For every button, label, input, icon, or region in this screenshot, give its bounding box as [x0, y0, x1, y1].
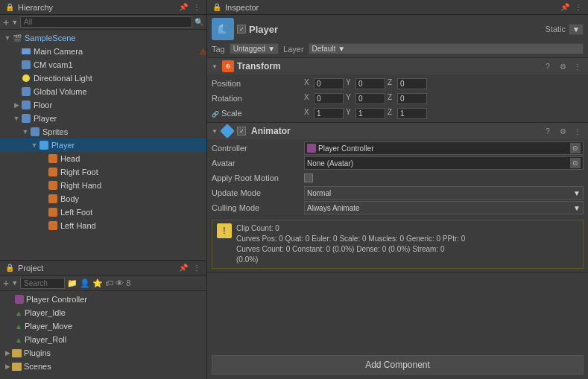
- animator-enabled-checkbox[interactable]: [237, 127, 246, 136]
- position-y-input[interactable]: [355, 78, 385, 89]
- camera-icon: [21, 46, 31, 57]
- camera-warning-icon: ⚠: [200, 48, 206, 56]
- position-z-input[interactable]: [397, 78, 427, 89]
- hierarchy-pin-icon[interactable]: 📌: [178, 2, 189, 13]
- scale-y-input[interactable]: [355, 108, 385, 119]
- object-name: Player: [249, 24, 543, 35]
- scale-x-input[interactable]: [314, 108, 344, 119]
- rotation-x-input[interactable]: [314, 93, 344, 104]
- warning-stream: (0.0%): [236, 255, 465, 265]
- project-item-plugins[interactable]: ▶ Plugins: [0, 346, 206, 360]
- rotation-z-input[interactable]: [397, 93, 427, 104]
- apply-root-motion-checkbox[interactable]: [304, 173, 313, 182]
- tree-item-right-hand[interactable]: ▶ Right Hand: [0, 179, 206, 192]
- project-tag-icon[interactable]: 🏷: [105, 278, 113, 287]
- transform-menu-icon[interactable]: ⋮: [572, 60, 584, 72]
- project-search-input[interactable]: [20, 278, 65, 289]
- static-label: Static: [546, 25, 566, 34]
- cube-icon-right-foot: [48, 167, 58, 177]
- project-item-player-roll[interactable]: ▲ Player_Roll: [0, 333, 206, 346]
- inspector-lock-icon[interactable]: 🔒: [212, 2, 222, 13]
- tree-item-head[interactable]: ▶ Head: [0, 152, 206, 165]
- project-person-icon[interactable]: 👤: [80, 278, 90, 288]
- anim-triangle-icon-3: ▲: [15, 336, 22, 344]
- tree-item-sample-scene[interactable]: ▼ 🎬 SampleScene: [0, 31, 206, 45]
- add-component-button[interactable]: Add Component: [212, 355, 584, 375]
- warning-text: Clip Count: 0 Curves Pos: 0 Quat: 0 Eule…: [236, 223, 465, 265]
- tree-item-body[interactable]: ▶ Body: [0, 192, 206, 206]
- hierarchy-menu-icon[interactable]: ⋮: [192, 2, 202, 13]
- animator-settings-icon[interactable]: ⚙: [557, 125, 569, 137]
- animator-header[interactable]: ▼ Animator ? ⚙ ⋮: [207, 123, 588, 139]
- anim-triangle-icon: ▲: [15, 309, 22, 317]
- pos-x-label: X: [304, 78, 312, 89]
- inspector-menu-icon[interactable]: ⋮: [573, 2, 584, 13]
- scale-row: 🔗 Scale X Y Z: [212, 106, 584, 121]
- project-star-icon[interactable]: ⭐: [92, 278, 103, 288]
- static-dropdown[interactable]: ▼: [569, 24, 584, 35]
- tree-label-right-hand: Right Hand: [60, 181, 101, 190]
- object-enabled-checkbox[interactable]: [237, 25, 246, 34]
- rot-y-label: Y: [346, 93, 353, 104]
- transform-header[interactable]: ▼ ⊕ Transform ? ⚙ ⋮: [207, 58, 588, 74]
- hierarchy-panel: 🔒 Hierarchy 📌 ⋮ + ▼ 🔍 ▼ 🎬 SampleScene ▶: [0, 0, 207, 260]
- transform-help-icon[interactable]: ?: [542, 60, 554, 72]
- project-menu-icon[interactable]: ⋮: [192, 263, 202, 273]
- tree-item-right-foot[interactable]: ▶ Right Foot: [0, 165, 206, 179]
- tree-item-cm-vcam1[interactable]: ▶ CM vcam1: [0, 58, 206, 71]
- layer-dropdown[interactable]: Default ▼: [309, 43, 584, 54]
- scale-z-input[interactable]: [397, 108, 427, 119]
- tree-item-floor[interactable]: ▶ Floor: [0, 98, 206, 112]
- project-item-scenes[interactable]: ▶ Scenes: [0, 360, 206, 373]
- project-eye-icon[interactable]: 👁 8: [116, 278, 130, 287]
- controller-select-btn[interactable]: ⊙: [570, 143, 581, 153]
- hierarchy-add-arrow-icon[interactable]: ▼: [11, 19, 18, 26]
- tree-item-player[interactable]: ▼ Player: [0, 112, 206, 125]
- controller-label: Controller: [212, 144, 301, 153]
- hierarchy-add-icon[interactable]: +: [3, 16, 9, 28]
- project-item-player-controller[interactable]: Player Controller: [0, 293, 206, 306]
- tree-item-player-child[interactable]: ▼ Player: [0, 138, 206, 152]
- position-x-input[interactable]: [314, 78, 344, 89]
- project-item-player-idle[interactable]: ▲ Player_Idle: [0, 306, 206, 319]
- project-add-icon[interactable]: +: [3, 277, 9, 289]
- tree-item-global-volume[interactable]: ▶ Global Volume: [0, 85, 206, 98]
- tree-item-directional-light[interactable]: ▶ Directional Light: [0, 71, 206, 85]
- hierarchy-search-bar: + ▼ 🔍: [0, 15, 206, 30]
- avatar-select-btn[interactable]: ⊙: [570, 158, 581, 168]
- project-folder-icon[interactable]: 📁: [67, 278, 78, 288]
- rot-z-label: Z: [388, 93, 395, 104]
- tree-item-left-hand[interactable]: ▶ Left Hand: [0, 219, 206, 232]
- project-item-player-move[interactable]: ▲ Player_Move: [0, 319, 206, 333]
- project-lock-icon[interactable]: 🔒: [4, 263, 15, 273]
- scale-y-label: Y: [346, 108, 353, 119]
- hierarchy-search-input[interactable]: [20, 16, 192, 28]
- hierarchy-search-icon[interactable]: 🔍: [195, 18, 203, 26]
- cube-icon-left-foot: [48, 207, 58, 217]
- animator-section: ▼ Animator ? ⚙ ⋮ Controller: [207, 123, 588, 273]
- animator-help-icon[interactable]: ?: [542, 125, 554, 137]
- game-obj-row: Player Static ▼: [212, 18, 584, 40]
- tag-dropdown[interactable]: Untagged ▼: [230, 43, 279, 54]
- tree-item-main-camera[interactable]: ▶ Main Camera ⚠: [0, 45, 206, 58]
- cube-icon-body: [48, 194, 58, 204]
- animator-menu-icon[interactable]: ⋮: [572, 125, 584, 137]
- culling-mode-dropdown[interactable]: Always Animate ▼: [304, 201, 584, 214]
- pos-y-label: Y: [346, 78, 353, 89]
- cube-icon-right-hand: [48, 180, 58, 191]
- animator-title: Animator: [251, 126, 539, 136]
- rotation-y-input[interactable]: [355, 93, 385, 104]
- animator-properties: Controller Player Controller ⊙ Avatar No…: [207, 139, 588, 217]
- project-pin-icon[interactable]: 📌: [178, 263, 189, 273]
- scale-z-label: Z: [388, 108, 395, 119]
- tree-item-left-foot[interactable]: ▶ Left Foot: [0, 206, 206, 219]
- tree-label-body: Body: [60, 194, 79, 203]
- tree-item-sprites[interactable]: ▼ Sprites: [0, 125, 206, 138]
- hierarchy-lock-icon[interactable]: 🔒: [4, 2, 15, 13]
- project-add-arrow-icon[interactable]: ▼: [11, 279, 18, 287]
- tree-label-sample-scene: SampleScene: [25, 34, 76, 42]
- update-mode-dropdown[interactable]: Normal ▼: [304, 186, 584, 200]
- inspector-pin-icon[interactable]: 📌: [560, 2, 570, 13]
- folder-icon-scenes: [12, 363, 22, 371]
- transform-settings-icon[interactable]: ⚙: [557, 60, 569, 72]
